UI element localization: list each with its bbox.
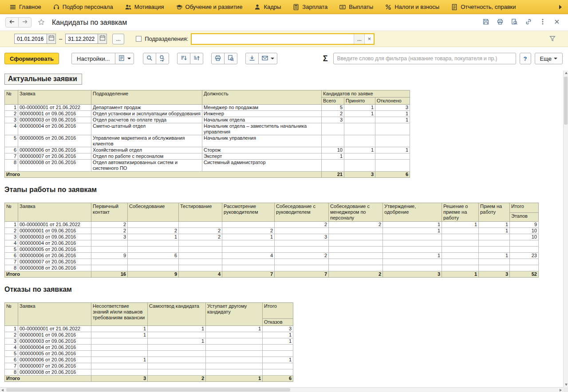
scroll-left-arrow-icon[interactable] [0,388,5,392]
table-cell[interactable] [275,265,329,271]
table-cell[interactable] [206,332,263,338]
forward-button[interactable] [18,17,32,27]
save-button[interactable] [480,17,492,28]
total-cell[interactable]: 2 [329,271,383,278]
total-cell[interactable]: 2 [148,376,206,382]
menu-item-payroll[interactable]: Зарплата [287,0,333,14]
table-cell[interactable]: Менеджер по продажам [202,105,322,111]
table-cell[interactable]: 00-00000001 от 21.06.2022 [18,105,91,111]
table-cell[interactable]: 1 [442,222,479,228]
total-cell[interactable]: 1 [442,271,479,278]
menu-item-main[interactable]: Главное [4,0,47,14]
table-cell[interactable] [344,135,375,147]
table-cell[interactable] [206,338,263,345]
mail-button[interactable] [258,53,277,64]
table-cell[interactable]: 000000001 от 09.06.2016 [18,332,91,338]
table-cell[interactable]: 2 [179,228,222,234]
table-cell[interactable]: 000000008 от 20.06.2016 [18,160,91,172]
table-cell[interactable] [179,247,222,253]
table-cell[interactable]: Сторож [202,147,322,153]
total-cell[interactable]: 52 [510,271,539,278]
table-cell[interactable] [206,357,263,363]
print-preview-button[interactable] [224,53,237,64]
table-cell[interactable] [148,332,206,338]
table-cell[interactable]: 000000004 от 20.06.2016 [18,345,91,351]
table-cell[interactable] [344,123,375,135]
table-cell[interactable]: 4 [5,240,18,247]
more-vertical-button[interactable] [537,17,548,28]
table-cell[interactable]: 000000008 от 20.06.2016 [18,369,91,376]
table-cell[interactable]: 7 [5,259,18,265]
table-cell[interactable]: 00-00000001 от 21.06.2022 [18,222,91,228]
table-cell[interactable] [128,240,179,247]
table-cell[interactable]: 1 [5,222,18,228]
total-cell[interactable]: 3 [344,172,375,178]
table-cell[interactable] [383,259,442,265]
table-cell[interactable] [206,363,263,369]
departments-input[interactable] [192,34,354,44]
table-cell[interactable] [329,253,383,259]
table-cell[interactable] [148,357,206,363]
table-cell[interactable]: 1 [344,147,375,153]
table-cell[interactable] [91,345,148,351]
table-cell[interactable]: Сметно-штатный отдел [91,123,202,135]
table-cell[interactable] [222,247,275,253]
total-cell[interactable]: 3 [383,271,442,278]
table-cell[interactable]: 1 [5,326,18,332]
export-button[interactable] [245,53,259,64]
total-cell[interactable]: 3 [91,376,148,382]
table-cell[interactable]: 4 [5,345,18,351]
table-cell[interactable]: 3 [5,117,18,123]
table-cell[interactable]: 10 [322,147,344,153]
table-cell[interactable] [322,135,344,147]
table-cell[interactable]: 6 [5,147,18,153]
table-cell[interactable]: 1 [383,228,442,234]
table-cell[interactable]: Отдел автоматизированных систем и систем… [91,160,202,172]
total-cell[interactable]: 3 [479,271,510,278]
total-cell[interactable]: 7 [275,271,329,278]
table-cell[interactable]: 3 [275,234,329,240]
table-cell[interactable] [179,240,222,247]
table-cell[interactable]: 1 [383,222,442,228]
total-cell[interactable]: 6 [375,172,410,178]
help-button[interactable]: ? [520,53,531,64]
table-cell[interactable]: 1 [479,222,510,228]
report-variants-button[interactable] [115,53,134,64]
table-cell[interactable]: 1 [375,147,410,153]
table-cell[interactable]: 000000003 от 09.06.2016 [18,234,91,240]
table-cell[interactable]: 3 [5,234,18,240]
menu-item-motivation[interactable]: Мотивация [119,0,170,14]
total-label[interactable]: Итого [5,172,322,178]
table-cell[interactable]: 1 [91,332,148,338]
table-cell[interactable]: Эксперт [202,153,322,160]
menu-item-reporting[interactable]: Отчетность, справки [445,0,521,14]
table-cell[interactable]: 8 [5,160,18,172]
table-cell[interactable] [91,363,148,369]
menu-item-taxes[interactable]: Налоги и взносы [379,0,445,14]
table-cell[interactable]: 1 [383,253,442,259]
table-cell[interactable]: 000000001 от 09.06.2016 [18,228,91,234]
autosum-sigma-button[interactable]: Σ [318,54,333,63]
table-cell[interactable]: 2 [179,234,222,240]
table-cell[interactable]: 000000005 от 20.06.2016 [18,247,91,253]
table-cell[interactable] [344,160,375,172]
table-cell[interactable]: 000000006 от 20.06.2016 [18,253,91,259]
table-cell[interactable] [275,259,329,265]
total-cell[interactable]: 9 [128,271,179,278]
table-cell[interactable]: 00-00000001 от 21.06.2022 [18,326,91,332]
table-cell[interactable]: 2 [91,228,128,234]
table-cell[interactable]: 2 [275,253,329,259]
total-cell[interactable]: 6 [263,376,293,382]
print-button[interactable] [494,17,506,28]
table-cell[interactable]: 4 [222,253,275,259]
table-cell[interactable] [206,351,263,357]
table-cell[interactable] [179,222,222,228]
table-cell[interactable]: 6 [128,253,179,259]
link-button[interactable] [523,17,534,28]
table-cell[interactable]: 5 [5,351,18,357]
departments-choose-button[interactable]: ... [354,34,364,44]
menu-item-hr[interactable]: Кадры [248,0,287,14]
generate-button[interactable]: Сформировать [4,53,59,64]
more-button[interactable]: Еще [535,53,563,64]
table-cell[interactable]: Хозяйственный отдел [91,147,202,153]
